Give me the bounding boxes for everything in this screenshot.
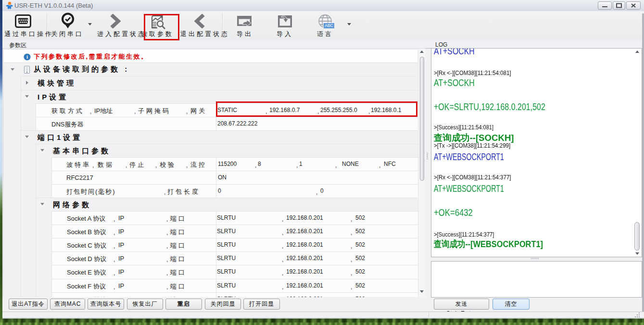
svg-text:i: i [26, 54, 28, 60]
